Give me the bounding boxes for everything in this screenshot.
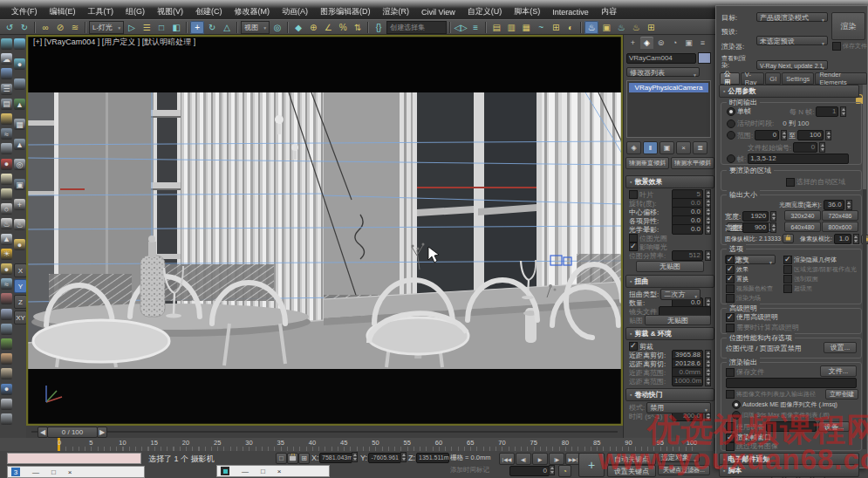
shutter-mode-dropdown[interactable]: 禁用 xyxy=(646,402,711,413)
maximize-icon[interactable]: □ xyxy=(51,468,56,476)
menu-item-12[interactable]: 脚本(S) xyxy=(508,4,546,19)
pin-stack-icon[interactable]: ◈ xyxy=(626,141,641,154)
spinner[interactable] xyxy=(352,452,358,462)
teapot-render-icon[interactable] xyxy=(1,38,12,50)
frames-radio[interactable] xyxy=(727,154,735,163)
option-checkbox-4[interactable] xyxy=(726,275,735,283)
distortion-no-map-button[interactable]: 无贴图 xyxy=(645,315,711,325)
guess-horizontal-button[interactable]: 猜测水平倾斜 xyxy=(671,157,714,169)
grid-icon[interactable]: ▦ xyxy=(14,119,25,130)
fish-icon[interactable]: ≈ xyxy=(1,128,12,140)
active-segment-radio[interactable] xyxy=(727,120,735,128)
viewport-canvas[interactable] xyxy=(26,35,623,426)
sun-icon[interactable]: ☀ xyxy=(1,249,12,260)
res-320x240-button[interactable]: 320x240 xyxy=(784,210,821,221)
target-dropdown[interactable]: 产品级渲染模式 xyxy=(756,12,828,22)
prev-frame-button[interactable]: ◀| xyxy=(516,453,531,465)
guess-vertical-button[interactable]: 猜测垂直倾斜 xyxy=(625,157,669,169)
object-name-field[interactable]: VRayCam004 xyxy=(626,53,696,64)
spinner[interactable] xyxy=(781,130,787,140)
viewport-label-menu[interactable]: [+] [VRayCam004 ] [用户定义 ] [默认明暗处理 ] xyxy=(33,37,195,48)
maxscript-mini-listener[interactable] xyxy=(7,453,141,464)
camera-plant-icon[interactable] xyxy=(14,79,25,90)
option-checkbox-1[interactable] xyxy=(783,256,792,264)
curve-editor-icon[interactable]: ~ xyxy=(534,21,548,34)
common-parameters-rollout[interactable]: 公用参数 xyxy=(719,85,859,98)
clipping-environment-rollout[interactable]: 剪裁 & 环境 xyxy=(625,327,714,340)
sphere-gold-icon[interactable]: ● xyxy=(1,263,12,275)
affect-exposure-checkbox[interactable] xyxy=(629,242,638,251)
rectangular-selection-icon[interactable]: □ xyxy=(154,21,168,34)
res-720x486-button[interactable]: 720x486 xyxy=(822,210,858,221)
menu-item-2[interactable]: 工具(T) xyxy=(82,4,120,19)
single-frame-radio[interactable] xyxy=(727,107,735,116)
reference-coordinate-dropdown[interactable]: 视图 xyxy=(241,21,270,34)
scene-explorer-icon[interactable]: ▤ xyxy=(489,21,503,34)
named-selection-field[interactable]: 创建选择集 xyxy=(386,21,447,34)
scale-tool-icon[interactable] xyxy=(1,309,12,320)
image-file-list-checkbox[interactable] xyxy=(726,390,735,399)
spinner[interactable] xyxy=(840,106,846,117)
torus-icon[interactable]: ◎ xyxy=(14,159,25,170)
z-coord-field[interactable]: 1351.511m xyxy=(416,453,449,463)
cone-icon[interactable]: ▲ xyxy=(1,234,12,245)
x-coord-field[interactable]: 7581.043m xyxy=(319,453,352,463)
maximize-icon[interactable]: □ xyxy=(261,468,265,475)
selection-filter-dropdown[interactable]: L-灯光 xyxy=(89,21,124,34)
rock-icon[interactable] xyxy=(1,324,12,335)
clipboard-alt-icon[interactable] xyxy=(1,413,12,425)
lightbulb-icon[interactable] xyxy=(14,38,25,50)
list-panel-icon[interactable]: ☰ xyxy=(1,84,12,95)
sphere-red-icon[interactable]: ● xyxy=(1,159,12,170)
spinner[interactable] xyxy=(770,211,776,222)
menu-item-5[interactable]: 创建(C) xyxy=(189,4,229,19)
render-iterative-icon[interactable]: ♨ xyxy=(629,21,643,34)
select-and-link-icon[interactable]: ∞ xyxy=(38,21,52,34)
auto-region-checkbox[interactable] xyxy=(786,178,795,187)
spinner-snap-icon[interactable]: ⇅ xyxy=(351,21,365,34)
hemisphere-icon[interactable] xyxy=(1,143,12,154)
teapot-small-icon[interactable]: ♨ xyxy=(14,219,25,230)
menu-item-14[interactable]: 内容 xyxy=(595,4,623,19)
axis-constraint-xy[interactable]: XY xyxy=(14,311,27,324)
render-button[interactable]: 渲染 xyxy=(831,12,865,40)
window-crossing-icon[interactable]: ◧ xyxy=(169,21,183,34)
minimized-window-2[interactable]: — □ × xyxy=(216,465,330,477)
menu-item-9[interactable]: 渲染(R) xyxy=(377,4,416,19)
cloud-icon[interactable]: ☁ xyxy=(1,53,12,65)
set-keys-button[interactable]: + xyxy=(578,453,605,477)
bitmap-setup-button[interactable]: 设置... xyxy=(824,342,857,353)
use-pivot-point-icon[interactable]: ◎ xyxy=(270,21,284,34)
tab-motion[interactable]: ◔ xyxy=(668,37,681,49)
spinner[interactable] xyxy=(825,130,831,140)
percent-snap-icon[interactable]: % xyxy=(336,21,350,34)
far-range-field[interactable]: 1000.0m xyxy=(672,376,703,386)
compute-adv-lighting-checkbox[interactable] xyxy=(726,324,735,332)
auto-key-button[interactable]: 自动关键点 xyxy=(607,453,656,465)
monitor-icon[interactable]: ▣ xyxy=(14,179,25,190)
select-and-scale-icon[interactable]: △ xyxy=(220,21,234,34)
use-adv-lighting-checkbox[interactable] xyxy=(726,313,735,322)
range-radio[interactable] xyxy=(727,131,735,140)
object-color-swatch[interactable] xyxy=(698,52,711,64)
schematic-view-icon[interactable]: ⊞ xyxy=(549,21,563,34)
menu-item-10[interactable]: Civil View xyxy=(415,6,461,18)
distortion-type-dropdown[interactable]: 二次方 xyxy=(660,289,701,300)
menu-item-11[interactable]: 自定义(U) xyxy=(461,4,509,19)
clip-checkbox[interactable] xyxy=(629,342,638,351)
layer-explorer-icon[interactable]: ▥ xyxy=(504,21,518,34)
device-field[interactable] xyxy=(766,421,817,432)
render-production-icon[interactable]: ♨ xyxy=(614,21,628,34)
option-checkbox-7[interactable] xyxy=(783,284,792,293)
next-frame-button[interactable]: |▶ xyxy=(549,453,564,465)
bulb-small-icon[interactable]: ● xyxy=(14,239,25,250)
undo-icon[interactable]: ↺ xyxy=(3,21,17,34)
create-now-button[interactable]: 立即创建 xyxy=(825,389,858,399)
selected-object-dropdown[interactable]: 选定对象 xyxy=(658,453,700,462)
redo-icon[interactable]: ↻ xyxy=(17,21,31,34)
spinner[interactable] xyxy=(853,234,859,244)
every-n-field[interactable]: 1 xyxy=(816,106,838,117)
mountain-icon[interactable]: ▲ xyxy=(14,139,25,150)
bokeh-no-map-button[interactable]: 无贴图 xyxy=(636,261,704,272)
open-in-cloud-icon[interactable]: ⊞ xyxy=(644,21,658,34)
